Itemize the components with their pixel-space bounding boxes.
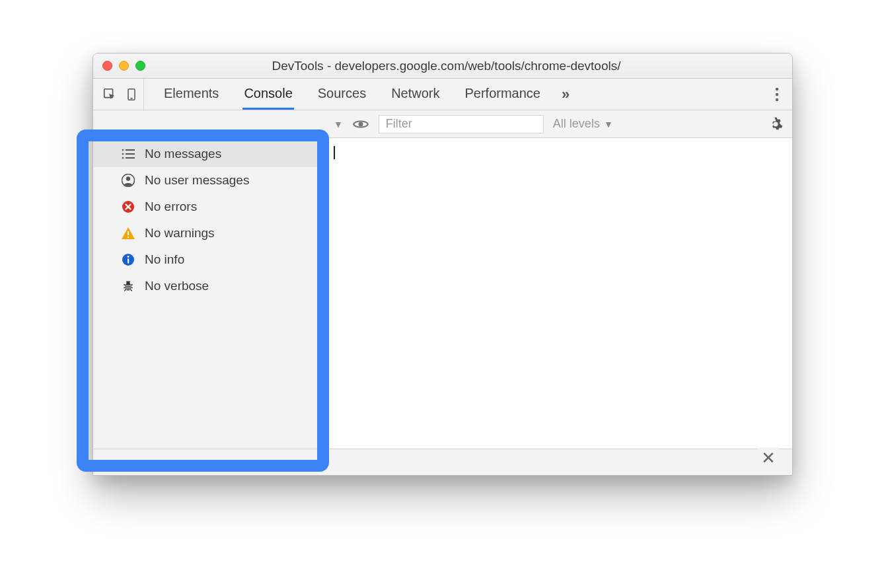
log-levels-label: All levels bbox=[553, 117, 600, 131]
close-window-button[interactable] bbox=[102, 61, 112, 71]
filter-input[interactable] bbox=[379, 115, 544, 133]
sidebar-item-label: No verbose bbox=[145, 279, 209, 293]
svg-point-6 bbox=[358, 122, 363, 126]
drawer-strip bbox=[93, 449, 792, 475]
svg-rect-19 bbox=[128, 259, 129, 264]
device-toolbar-icon[interactable] bbox=[125, 87, 138, 102]
svg-point-7 bbox=[122, 149, 124, 151]
list-icon bbox=[121, 147, 135, 161]
inspect-element-icon[interactable] bbox=[102, 87, 117, 102]
svg-point-5 bbox=[776, 98, 779, 101]
more-tabs-button[interactable]: » bbox=[562, 86, 570, 103]
console-toolbar: ▼ All levels ▼ bbox=[93, 110, 792, 138]
sidebar-item-label: No warnings bbox=[145, 226, 215, 240]
settings-menu-button[interactable] bbox=[768, 87, 786, 102]
svg-point-4 bbox=[776, 92, 779, 96]
sidebar-item-verbose[interactable]: No verbose bbox=[93, 273, 324, 299]
devtools-window: DevTools - developers.google.com/web/too… bbox=[92, 53, 793, 476]
window-title: DevTools - developers.google.com/web/too… bbox=[272, 59, 620, 73]
live-expression-icon[interactable] bbox=[352, 118, 369, 130]
svg-point-20 bbox=[128, 256, 130, 258]
tab-network[interactable]: Network bbox=[390, 79, 441, 110]
console-output[interactable] bbox=[324, 138, 792, 449]
zoom-window-button[interactable] bbox=[135, 61, 145, 71]
window-controls bbox=[102, 61, 145, 71]
tab-console[interactable]: Console bbox=[242, 79, 293, 110]
sidebar-item-errors[interactable]: No errors bbox=[93, 194, 324, 220]
user-icon bbox=[121, 173, 135, 188]
error-icon bbox=[121, 200, 135, 214]
sidebar-item-user-messages[interactable]: No user messages bbox=[93, 167, 324, 194]
close-drawer-button[interactable]: ✕ bbox=[758, 447, 779, 468]
panel-tabs: Elements Console Sources Network Perform… bbox=[144, 79, 542, 110]
svg-point-8 bbox=[122, 153, 124, 155]
context-dropdown-icon[interactable]: ▼ bbox=[334, 119, 343, 129]
warning-icon bbox=[121, 226, 135, 240]
svg-point-14 bbox=[126, 176, 130, 180]
svg-rect-16 bbox=[128, 231, 129, 235]
sidebar-item-label: No user messages bbox=[145, 173, 249, 188]
titlebar: DevTools - developers.google.com/web/too… bbox=[93, 54, 792, 79]
sidebar-item-info[interactable]: No info bbox=[93, 246, 324, 273]
log-levels-dropdown[interactable]: All levels ▼ bbox=[553, 117, 613, 131]
info-icon bbox=[121, 252, 135, 267]
sidebar-item-warnings[interactable]: No warnings bbox=[93, 220, 324, 246]
sidebar-item-label: No messages bbox=[145, 147, 221, 161]
svg-rect-17 bbox=[128, 237, 129, 238]
sidebar-item-label: No info bbox=[145, 252, 184, 267]
text-cursor bbox=[334, 146, 335, 159]
console-sidebar: No messages No user messages bbox=[93, 138, 324, 449]
console-settings-icon[interactable] bbox=[768, 117, 786, 131]
tab-bar: Elements Console Sources Network Perform… bbox=[93, 79, 792, 110]
minimize-window-button[interactable] bbox=[119, 61, 129, 71]
chevron-down-icon: ▼ bbox=[604, 119, 613, 129]
bug-icon bbox=[121, 279, 135, 293]
svg-point-3 bbox=[776, 87, 779, 91]
sidebar-item-label: No errors bbox=[145, 200, 197, 214]
svg-point-9 bbox=[122, 157, 124, 159]
sidebar-item-messages[interactable]: No messages bbox=[93, 141, 324, 167]
console-body: No messages No user messages bbox=[93, 138, 792, 449]
tab-sources[interactable]: Sources bbox=[316, 79, 367, 110]
inspect-toggles bbox=[100, 79, 144, 110]
tab-elements[interactable]: Elements bbox=[163, 79, 220, 110]
tab-performance[interactable]: Performance bbox=[464, 79, 542, 110]
